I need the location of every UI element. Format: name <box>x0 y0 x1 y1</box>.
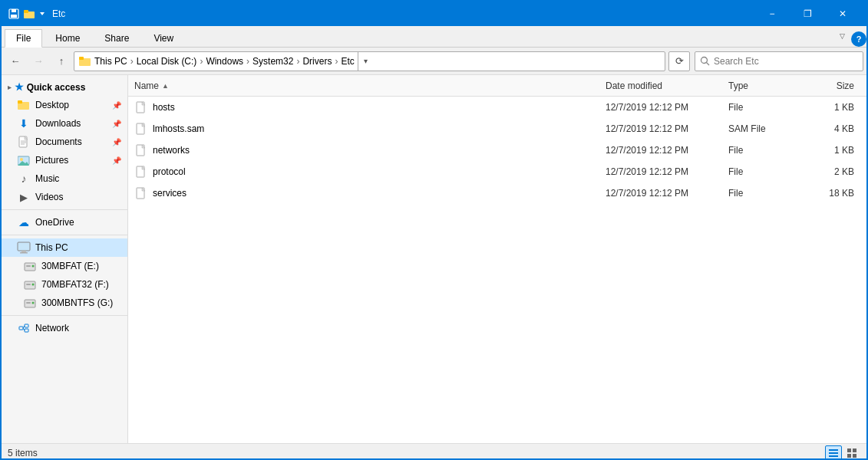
search-input[interactable] <box>714 56 858 67</box>
sidebar-item-drive-g[interactable]: 300MBNTFS (G:) <box>2 294 127 312</box>
header-name[interactable]: Name ▲ <box>134 80 606 91</box>
ribbon-expand-icon[interactable]: ▽ <box>833 25 851 47</box>
svg-marker-5 <box>40 12 45 15</box>
svg-rect-33 <box>25 324 28 327</box>
up-button[interactable]: ↑ <box>51 51 72 72</box>
table-row[interactable]: protocol 12/7/2019 12:12 PM File 2 KB <box>128 161 866 182</box>
downloads-pin-icon: 📌 <box>112 120 121 128</box>
sidebar-item-drive-e[interactable]: 30MBFAT (E:) <box>2 257 127 275</box>
crumb-system32[interactable]: System32 <box>252 56 293 67</box>
dropdown-arrow-titlebar[interactable] <box>38 8 46 20</box>
music-label: Music <box>35 173 59 184</box>
quick-access-header[interactable]: ▸ ★ Quick access <box>2 78 127 96</box>
title-bar-icons <box>8 8 46 20</box>
tab-home[interactable]: Home <box>44 29 91 47</box>
sidebar-item-network[interactable]: Network <box>2 319 127 337</box>
breadcrumb: This PC › Local Disk (C:) › Windows › Sy… <box>79 56 355 67</box>
svg-rect-32 <box>19 327 23 330</box>
quick-access-label: Quick access <box>27 82 86 93</box>
file-icon-lmhosts <box>134 122 148 136</box>
address-bar[interactable]: This PC › Local Disk (C:) › Windows › Sy… <box>74 51 665 71</box>
file-icon-services <box>134 186 148 200</box>
tab-view[interactable]: View <box>142 29 185 47</box>
help-button[interactable]: ? <box>851 31 866 47</box>
svg-rect-48 <box>829 452 838 454</box>
sidebar-item-videos[interactable]: ▶ Videos <box>2 188 127 206</box>
network-label: Network <box>35 323 69 334</box>
tab-share[interactable]: Share <box>93 29 140 47</box>
sidebar-item-documents[interactable]: Documents 📌 <box>2 133 127 151</box>
details-view-button[interactable] <box>825 445 842 461</box>
header-type[interactable]: Type <box>728 80 805 91</box>
header-size[interactable]: Size <box>805 80 866 91</box>
quick-access-arrow: ▸ <box>8 84 12 91</box>
sidebar-item-thispc[interactable]: This PC <box>2 238 127 257</box>
ribbon-tabs: File Home Share View ▽ ? <box>2 26 866 48</box>
sidebar-item-pictures[interactable]: Pictures 📌 <box>2 151 127 169</box>
item-count: 5 items <box>8 448 38 458</box>
restore-button[interactable]: ❐ <box>790 2 825 26</box>
tab-file[interactable]: File <box>5 29 42 48</box>
crumb-thispc[interactable]: This PC <box>94 56 127 67</box>
downloads-label: Downloads <box>35 118 81 129</box>
title-bar: Etc − ❐ ✕ <box>2 2 866 26</box>
search-icon <box>700 56 711 67</box>
back-button[interactable]: ← <box>5 51 26 72</box>
forward-button[interactable]: → <box>28 51 49 72</box>
sidebar-item-downloads[interactable]: ⬇ Downloads 📌 <box>2 114 127 133</box>
svg-rect-21 <box>21 251 26 252</box>
crumb-windows[interactable]: Windows <box>206 56 243 67</box>
videos-label: Videos <box>35 192 63 202</box>
size-hosts: 1 KB <box>805 102 866 113</box>
sidebar-divider-3 <box>2 315 127 316</box>
table-row[interactable]: services 12/7/2019 12:12 PM File 18 KB <box>128 182 866 204</box>
svg-rect-51 <box>853 449 856 452</box>
drive-e-icon <box>23 259 37 273</box>
drive-f-icon <box>23 278 37 291</box>
pictures-label: Pictures <box>35 155 68 166</box>
documents-label: Documents <box>35 136 82 147</box>
crumb-etc[interactable]: Etc <box>341 56 354 67</box>
toolbar: ← → ↑ This PC › Local Disk (C:) › Window… <box>2 48 866 75</box>
file-icon-networks <box>134 143 148 157</box>
breadcrumb-folder-icon <box>79 56 91 67</box>
minimize-button[interactable]: − <box>754 2 790 26</box>
sidebar-item-music[interactable]: ♪ Music <box>2 169 127 188</box>
sidebar: ▸ ★ Quick access Desktop 📌 ⬇ Downloads 📌 <box>2 75 128 443</box>
onedrive-label: OneDrive <box>35 217 74 228</box>
sidebar-item-drive-f[interactable]: 70MBFAT32 (F:) <box>2 275 127 294</box>
search-bar[interactable] <box>695 51 863 71</box>
svg-rect-20 <box>18 242 30 251</box>
svg-rect-24 <box>26 265 31 267</box>
svg-rect-34 <box>25 329 28 332</box>
desktop-label: Desktop <box>35 100 69 110</box>
svg-rect-2 <box>11 15 17 18</box>
table-row[interactable]: networks 12/7/2019 12:12 PM File 1 KB <box>128 140 866 161</box>
this-pc-icon <box>17 241 31 255</box>
refresh-button[interactable]: ⟳ <box>668 51 690 71</box>
sidebar-item-onedrive[interactable]: ☁ OneDrive <box>2 213 127 232</box>
size-networks: 1 KB <box>805 145 866 156</box>
type-services: File <box>728 188 805 199</box>
close-button[interactable]: ✕ <box>825 2 860 26</box>
file-icon-hosts <box>134 100 148 114</box>
address-dropdown-button[interactable]: ▾ <box>358 51 373 71</box>
crumb-localdisk[interactable]: Local Disk (C:) <box>137 56 197 67</box>
type-networks: File <box>728 145 805 156</box>
type-hosts: File <box>728 102 805 113</box>
network-icon <box>17 321 31 335</box>
thispc-label: This PC <box>35 242 68 253</box>
large-icons-view-button[interactable] <box>843 445 860 461</box>
sidebar-item-desktop[interactable]: Desktop 📌 <box>2 96 127 114</box>
date-services: 12/7/2019 12:12 PM <box>606 188 728 199</box>
sidebar-divider-2 <box>2 235 127 235</box>
table-row[interactable]: lmhosts.sam 12/7/2019 12:12 PM SAM File … <box>128 118 866 140</box>
table-row[interactable]: hosts 12/7/2019 12:12 PM File 1 KB <box>128 97 866 118</box>
onedrive-icon: ☁ <box>17 215 31 229</box>
documents-icon <box>17 135 31 149</box>
pictures-pin-icon: 📌 <box>112 156 121 165</box>
svg-rect-27 <box>26 284 31 285</box>
crumb-drivers[interactable]: Drivers <box>302 56 332 67</box>
header-date[interactable]: Date modified <box>606 80 728 91</box>
file-list-header: Name ▲ Date modified Type Size <box>128 75 866 97</box>
